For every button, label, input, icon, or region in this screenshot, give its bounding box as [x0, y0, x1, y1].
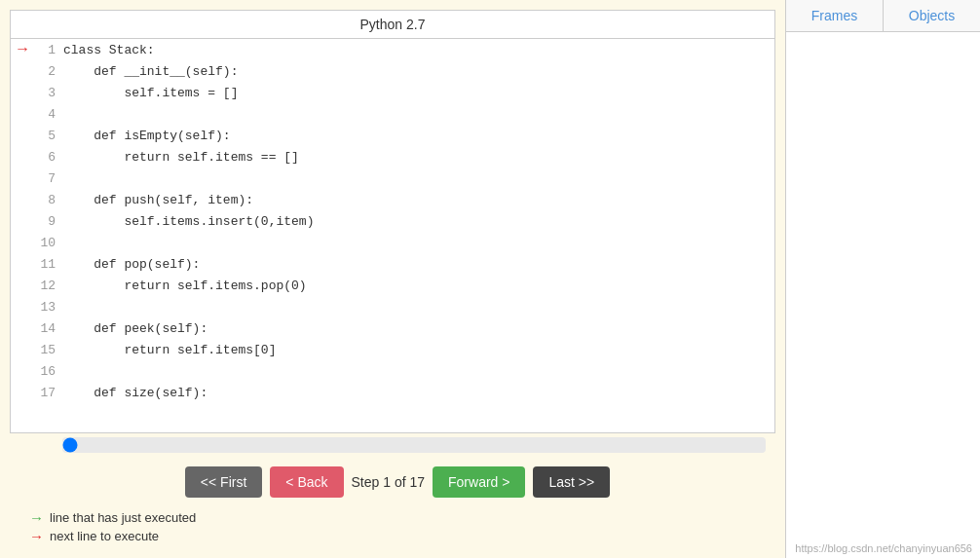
code-line: 12 return self.items.pop(0)	[11, 275, 774, 296]
horizontal-scrollbar-area	[10, 433, 775, 457]
line-number: 16	[34, 364, 63, 379]
code-line: 16	[11, 360, 774, 382]
horizontal-scrollbar[interactable]	[62, 437, 766, 453]
line-number: 10	[34, 236, 63, 250]
main-container: Python 2.7 →1class Stack:2 def __init__(…	[0, 0, 980, 558]
legend-red: → next line to execute	[29, 528, 775, 544]
line-arrow-icon: →	[11, 41, 34, 58]
code-line: 17 def size(self):	[11, 382, 774, 403]
code-line: 5 def isEmpty(self):	[11, 125, 774, 146]
right-panel-tabs: Frames Objects	[786, 0, 980, 32]
code-line: 6 return self.items == []	[11, 146, 774, 167]
line-content: return self.items.pop(0)	[63, 279, 774, 293]
objects-tab[interactable]: Objects	[884, 0, 980, 31]
line-number: 1	[34, 43, 63, 57]
line-content: self.items = []	[63, 86, 774, 100]
line-number: 7	[34, 171, 63, 186]
code-line: 8 def push(self, item):	[11, 189, 774, 210]
code-line: 14 def peek(self):	[11, 317, 774, 339]
forward-button[interactable]: Forward >	[433, 466, 525, 498]
line-content: self.items.insert(0,item)	[63, 214, 774, 229]
right-panel: Frames Objects	[785, 0, 980, 558]
green-arrow-icon: →	[29, 509, 44, 526]
line-number: 15	[34, 343, 63, 357]
legend-area: → line that has just executed → next lin…	[10, 503, 785, 548]
code-scroll-area[interactable]: →1class Stack:2 def __init__(self):3 sel…	[11, 39, 774, 432]
line-content: return self.items[0]	[63, 343, 774, 357]
line-number: 11	[34, 257, 63, 272]
line-number: 13	[34, 300, 63, 315]
code-line: 13	[11, 296, 774, 317]
controls-area: << First < Back Step 1 of 17 Forward > L…	[10, 457, 785, 503]
last-button[interactable]: Last >>	[533, 466, 610, 498]
left-panel: Python 2.7 →1class Stack:2 def __init__(…	[0, 0, 785, 558]
code-line: 11 def pop(self):	[11, 253, 774, 275]
line-number: 14	[34, 321, 63, 336]
code-title: Python 2.7	[360, 17, 426, 32]
line-content: def push(self, item):	[63, 193, 774, 207]
code-line: →1class Stack:	[11, 39, 774, 60]
line-content: def peek(self):	[63, 321, 774, 336]
legend-green: → line that has just executed	[29, 509, 775, 526]
legend-red-text: next line to execute	[50, 529, 159, 543]
line-number: 17	[34, 386, 63, 400]
code-line: 3 self.items = []	[11, 82, 774, 103]
line-number: 5	[34, 129, 63, 143]
line-number: 6	[34, 150, 63, 165]
code-line: 9 self.items.insert(0,item)	[11, 210, 774, 232]
line-content: def isEmpty(self):	[63, 129, 774, 143]
line-number: 4	[34, 107, 63, 122]
line-content: def pop(self):	[63, 257, 774, 272]
line-number: 9	[34, 214, 63, 229]
watermark: https://blog.csdn.net/chanyinyuan656	[795, 542, 972, 554]
code-line: 7	[11, 167, 774, 189]
code-line: 2 def __init__(self):	[11, 60, 774, 82]
code-header: Python 2.7	[11, 11, 774, 39]
line-content: class Stack:	[63, 43, 774, 57]
step-label: Step 1 of 17	[352, 474, 426, 490]
code-line: 4	[11, 103, 774, 125]
line-content: def __init__(self):	[63, 64, 774, 79]
line-number: 3	[34, 86, 63, 100]
line-number: 8	[34, 193, 63, 207]
line-number: 2	[34, 64, 63, 79]
line-number: 12	[34, 279, 63, 293]
back-button[interactable]: < Back	[270, 466, 343, 498]
code-line: 10	[11, 232, 774, 253]
legend-green-text: line that has just executed	[50, 510, 196, 525]
frames-tab[interactable]: Frames	[786, 0, 884, 31]
line-content: def size(self):	[63, 386, 774, 400]
first-button[interactable]: << First	[185, 466, 262, 498]
line-content: return self.items == []	[63, 150, 774, 165]
code-area-wrapper: Python 2.7 →1class Stack:2 def __init__(…	[10, 10, 775, 433]
code-line: 15 return self.items[0]	[11, 339, 774, 360]
red-arrow-icon: →	[29, 528, 44, 544]
